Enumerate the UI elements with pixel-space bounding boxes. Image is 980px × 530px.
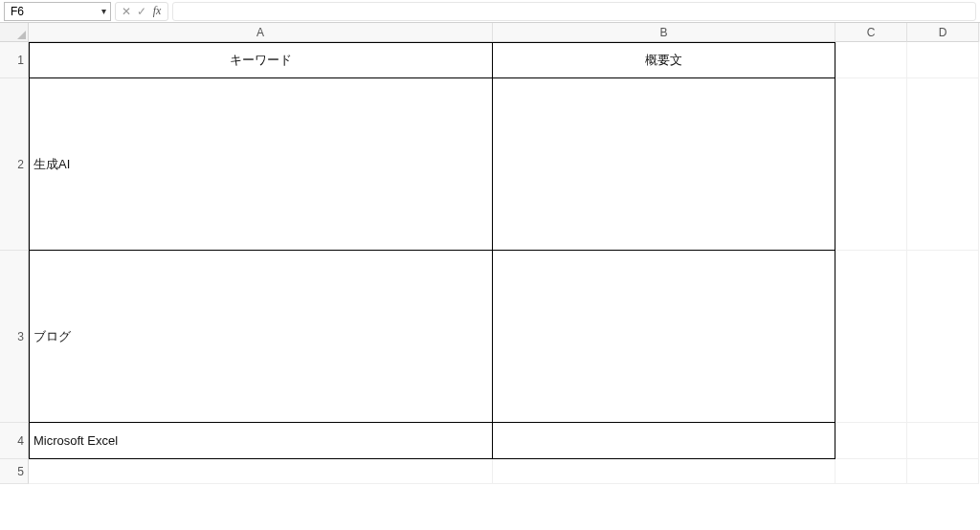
cell-D2[interactable] [907, 78, 979, 251]
cell-A1[interactable]: キーワード [29, 42, 493, 78]
cell-C1[interactable] [835, 42, 907, 78]
formula-input[interactable] [172, 2, 976, 21]
cell-B4[interactable] [493, 423, 835, 459]
column-headers: A B C D [0, 23, 980, 42]
enter-icon[interactable]: ✓ [135, 5, 148, 18]
column-header-C[interactable]: C [835, 23, 907, 42]
formula-bar-controls: ✕ ✓ fx [115, 2, 168, 21]
cell-B2[interactable] [493, 78, 835, 251]
table-row: 3 ブログ [0, 251, 980, 423]
cell-A3[interactable]: ブログ [29, 251, 493, 423]
table-row: 5 [0, 459, 980, 484]
column-header-D[interactable]: D [907, 23, 979, 42]
formula-bar: F6 ▾ ✕ ✓ fx [0, 0, 980, 23]
cancel-icon[interactable]: ✕ [120, 5, 133, 18]
table-row: 4 Microsoft Excel [0, 423, 980, 459]
name-box-value: F6 [11, 5, 101, 18]
chevron-down-icon[interactable]: ▾ [101, 6, 106, 16]
column-header-B[interactable]: B [493, 23, 835, 42]
cell-C4[interactable] [835, 423, 907, 459]
cell-B3[interactable] [493, 251, 835, 423]
row-header-5[interactable]: 5 [0, 459, 29, 484]
column-header-A[interactable]: A [29, 23, 493, 42]
table-row: 1 キーワード 概要文 [0, 42, 980, 78]
cell-D1[interactable] [907, 42, 979, 78]
cell-C5[interactable] [835, 459, 907, 484]
cell-B5[interactable] [493, 459, 835, 484]
row-header-3[interactable]: 3 [0, 251, 29, 423]
name-box[interactable]: F6 ▾ [4, 2, 111, 21]
cell-D5[interactable] [907, 459, 979, 484]
select-all-triangle[interactable] [0, 23, 29, 42]
spreadsheet-grid[interactable]: A B C D 1 キーワード 概要文 2 生成AI 3 ブログ [0, 23, 980, 530]
row-header-1[interactable]: 1 [0, 42, 29, 78]
fx-icon[interactable]: fx [150, 4, 164, 18]
cell-A4[interactable]: Microsoft Excel [29, 423, 493, 459]
cell-D4[interactable] [907, 423, 979, 459]
cell-C3[interactable] [835, 251, 907, 423]
row-header-4[interactable]: 4 [0, 423, 29, 459]
cell-B1[interactable]: 概要文 [493, 42, 835, 78]
rows: 1 キーワード 概要文 2 生成AI 3 ブログ 4 Microsoft Exc… [0, 42, 980, 484]
cell-A5[interactable] [29, 459, 493, 484]
table-row: 2 生成AI [0, 78, 980, 251]
cell-C2[interactable] [835, 78, 907, 251]
cell-D3[interactable] [907, 251, 979, 423]
row-header-2[interactable]: 2 [0, 78, 29, 251]
cell-A2[interactable]: 生成AI [29, 78, 493, 251]
